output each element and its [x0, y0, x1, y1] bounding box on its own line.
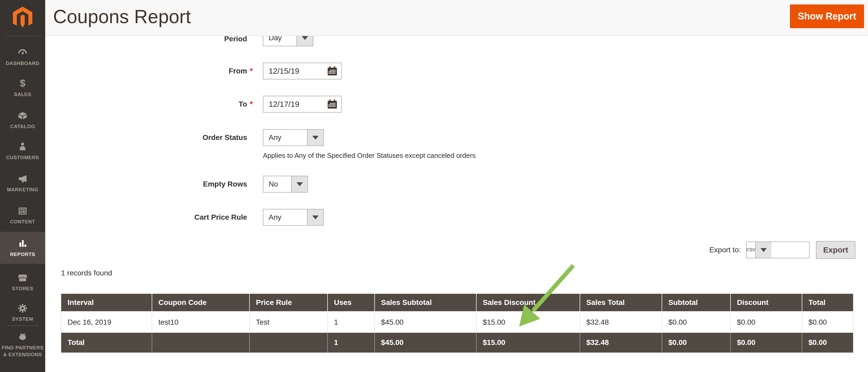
- from-date-value: 12/15/19: [264, 66, 327, 76]
- total-cell-interval: Total: [61, 333, 152, 352]
- cell-subtotal: $0.00: [662, 312, 731, 333]
- calendar-icon[interactable]: [327, 65, 338, 77]
- export-button[interactable]: Export: [816, 241, 856, 259]
- sidebar-item-label: FIND PARTNERS: [2, 345, 43, 351]
- from-date-input[interactable]: 12/15/19: [263, 63, 342, 80]
- sidebar-item-label: MARKETING: [7, 187, 38, 193]
- total-cell-sales-total: $32.48: [580, 333, 662, 352]
- sidebar-divider-top: [6, 36, 39, 36]
- magento-logo-icon: [13, 7, 32, 29]
- report-table-body: Dec 16, 2019test10Test1$45.00$15.00$32.4…: [61, 312, 853, 333]
- total-cell-sales-subtotal: $45.00: [375, 333, 476, 352]
- from-label: From: [147, 67, 247, 75]
- page-layout-icon: [17, 205, 28, 217]
- export-format-value: CSV: [747, 248, 755, 252]
- order-status-label: Order Status: [147, 133, 247, 142]
- total-cell-discount: $0.00: [731, 333, 802, 352]
- report-table-total-row: Total1$45.00$15.00$32.48$0.00$0.00$0.00: [61, 333, 853, 352]
- storefront-icon: [17, 272, 28, 283]
- sidebar-item-content[interactable]: CONTENT: [0, 200, 45, 230]
- chevron-down-icon: [307, 130, 323, 145]
- person-icon: [17, 141, 28, 152]
- page-title: Coupons Report: [53, 6, 191, 27]
- cell-total: $0.00: [802, 312, 853, 333]
- column-header-total: Total: [802, 294, 853, 312]
- chevron-down-icon: [755, 242, 772, 258]
- sidebar-item-label: SYSTEM: [12, 316, 33, 322]
- sidebar-item-system[interactable]: SYSTEM: [0, 297, 45, 328]
- page-header-bar: Coupons Report Show Report: [45, 0, 868, 36]
- sidebar-divider-bottom: [6, 325, 39, 326]
- sidebar-item-dashboard[interactable]: DASHBOARD: [0, 41, 45, 72]
- cell-interval: Dec 16, 2019: [61, 312, 152, 333]
- cell-sales-discount: $15.00: [476, 312, 580, 333]
- bar-chart-icon: [17, 238, 28, 249]
- megaphone-icon: [17, 173, 28, 184]
- cell-discount: $0.00: [731, 312, 802, 333]
- to-label: To: [147, 100, 247, 108]
- to-date-input[interactable]: 12/17/19: [263, 96, 342, 113]
- table-row: Dec 16, 2019test10Test1$45.00$15.00$32.4…: [61, 312, 853, 333]
- magento-logo[interactable]: [0, 0, 45, 36]
- sidebar-item-label: SALES: [14, 91, 31, 97]
- chevron-down-icon: [307, 209, 323, 225]
- sidebar-item-label: CUSTOMERS: [6, 155, 39, 161]
- extension-brick-icon: [17, 332, 28, 343]
- sidebar-item-catalog[interactable]: CATALOG: [0, 105, 45, 135]
- cart-price-rule-value: Any: [264, 213, 307, 222]
- coupons-report-table: IntervalCoupon CodePrice RuleUsesSales S…: [61, 294, 853, 353]
- sidebar-item-marketing[interactable]: MARKETING: [0, 168, 45, 198]
- cart-price-rule-label: Cart Price Rule: [147, 213, 247, 222]
- chevron-down-icon: [291, 176, 308, 192]
- sidebar-item-label: DASHBOARD: [6, 60, 39, 66]
- empty-rows-select[interactable]: No: [263, 176, 308, 193]
- cell-coupon-code: test10: [152, 312, 249, 333]
- column-header-sales-total: Sales Total: [580, 294, 662, 312]
- cell-sales-subtotal: $45.00: [375, 312, 476, 333]
- column-header-discount: Discount: [731, 294, 802, 312]
- total-cell-coupon-code: [152, 333, 249, 352]
- total-cell-price-rule: [249, 333, 328, 352]
- sidebar-item-label: STORES: [12, 286, 33, 292]
- admin-sidebar: DASHBOARD $ SALES CATALOG CUSTOMERS MARK…: [0, 0, 45, 372]
- column-header-price-rule: Price Rule: [249, 294, 328, 312]
- sidebar-item-stores[interactable]: STORES: [0, 267, 45, 297]
- export-to-label: Export to:: [673, 246, 741, 254]
- sidebar-item-customers[interactable]: CUSTOMERS: [0, 136, 45, 166]
- cart-price-rule-select[interactable]: Any: [263, 209, 324, 226]
- cell-uses: 1: [328, 312, 375, 333]
- empty-rows-value: No: [264, 180, 291, 189]
- sidebar-item-label: REPORTS: [10, 252, 35, 258]
- column-header-subtotal: Subtotal: [662, 294, 731, 312]
- sidebar-item-sales[interactable]: $ SALES: [0, 73, 45, 103]
- column-header-coupon-code: Coupon Code: [152, 294, 249, 312]
- box-icon: [17, 110, 28, 121]
- column-header-sales-subtotal: Sales Subtotal: [375, 294, 476, 312]
- sidebar-item-find-partners[interactable]: FIND PARTNERS & EXTENSIONS: [0, 329, 45, 361]
- show-report-button[interactable]: Show Report: [790, 4, 864, 28]
- column-header-interval: Interval: [61, 294, 152, 312]
- empty-rows-label: Empty Rows: [147, 180, 247, 189]
- column-header-uses: Uses: [328, 294, 375, 312]
- report-table-header-row: IntervalCoupon CodePrice RuleUsesSales S…: [61, 294, 853, 312]
- to-required-asterisk: *: [250, 99, 253, 108]
- column-header-sales-discount: Sales Discount: [476, 294, 580, 312]
- sidebar-item-label: CATALOG: [10, 124, 35, 130]
- order-status-select[interactable]: Any: [263, 129, 324, 146]
- dollar-icon: $: [17, 78, 28, 89]
- dashboard-icon: [17, 47, 28, 58]
- order-status-value: Any: [264, 133, 307, 142]
- sidebar-item-reports[interactable]: REPORTS: [0, 232, 45, 264]
- sidebar-item-label: CONTENT: [10, 219, 35, 225]
- records-found-text: 1 records found: [61, 269, 112, 277]
- from-required-asterisk: *: [250, 66, 253, 75]
- to-date-value: 12/17/19: [264, 100, 327, 109]
- order-status-note: Applies to Any of the Specified Order St…: [263, 151, 475, 160]
- gear-icon: [17, 303, 28, 314]
- calendar-icon[interactable]: [327, 98, 338, 110]
- total-cell-uses: 1: [328, 333, 375, 352]
- total-cell-sales-discount: $15.00: [476, 333, 580, 352]
- export-format-select[interactable]: CSV: [746, 241, 810, 258]
- total-cell-total: $0.00: [802, 333, 853, 352]
- cell-sales-total: $32.48: [580, 312, 662, 333]
